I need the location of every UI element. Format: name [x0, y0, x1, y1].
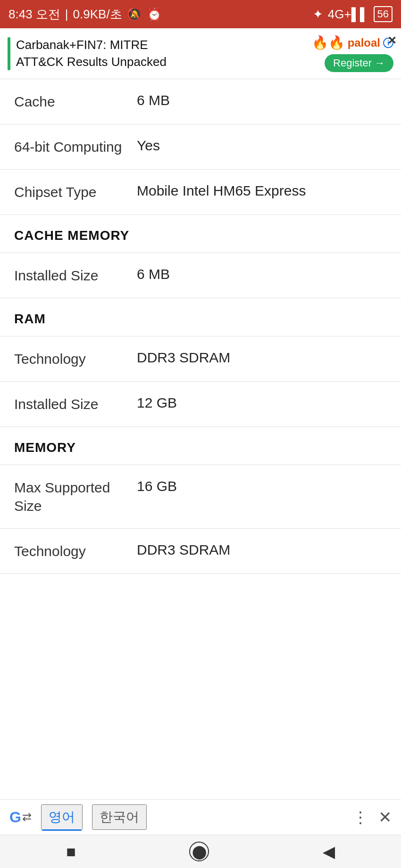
spec-row-cache: Cache 6 MB: [0, 79, 401, 124]
section-header-cache-memory: CACHE MEMORY: [0, 215, 401, 253]
spec-row-ram-technology: Technology DDR3 SDRAM: [0, 336, 401, 382]
ad-register-button[interactable]: Register →: [325, 54, 393, 72]
translate-icon: ⇄: [22, 811, 32, 824]
spec-label-cache-installed: Installed Size: [14, 266, 137, 285]
spec-value-memory-max: 16 GB: [137, 478, 387, 494]
ad-brand: 🔥🔥 paloal i: [312, 35, 393, 50]
separator: |: [65, 7, 68, 22]
spec-label-ram-installed: Installed Size: [14, 395, 137, 413]
spec-label-memory-max: Max Supported Size: [14, 478, 137, 515]
spec-value-64bit: Yes: [137, 138, 387, 154]
google-g-letter: G: [9, 809, 21, 826]
ad-text: Carbanak+FIN7: MITRE ATT&CK Results Unpa…: [16, 37, 167, 70]
google-translate-icon: G ⇄: [9, 809, 32, 826]
status-right: ✦ 4G+▌▌ 56: [313, 6, 393, 22]
spec-value-cache-installed: 6 MB: [137, 266, 387, 282]
translator-close-button[interactable]: ✕: [378, 808, 392, 827]
ad-right: 🔥🔥 paloal i Register →: [312, 35, 393, 72]
section-header-memory: MEMORY: [0, 427, 401, 465]
spec-label-cache: Cache: [14, 92, 137, 111]
alarm-icon: ⏰: [147, 7, 162, 22]
system-nav-bar: ■ ⬤ ◀: [0, 835, 401, 868]
signal-icon: 4G+▌▌: [328, 7, 369, 22]
time-display: 8:43 오전: [8, 6, 60, 23]
spec-value-memory-tech: DDR3 SDRAM: [137, 542, 387, 558]
spec-row-chipset: Chipset Type Mobile Intel HM65 Express: [0, 170, 401, 215]
back-button[interactable]: ◀: [323, 842, 335, 861]
ad-title-line2: ATT&CK Results Unpacked: [16, 55, 167, 69]
spec-value-cache: 6 MB: [137, 92, 387, 108]
target-lang-button[interactable]: 한국어: [92, 804, 147, 830]
ad-title-line1: Carbanak+FIN7: MITRE: [16, 38, 148, 52]
spec-row-ram-installed-size: Installed Size 12 GB: [0, 382, 401, 427]
more-options-icon[interactable]: ⋮: [352, 808, 369, 827]
ad-banner: Carbanak+FIN7: MITRE ATT&CK Results Unpa…: [0, 28, 401, 79]
spec-row-cache-installed-size: Installed Size 6 MB: [0, 253, 401, 298]
spec-label-chipset: Chipset Type: [14, 183, 137, 201]
mute-icon: 🔕: [127, 7, 142, 22]
spec-label-memory-tech: Technology: [14, 542, 137, 560]
section-header-ram: RAM: [0, 298, 401, 336]
spec-row-memory-technology: Technology DDR3 SDRAM: [0, 529, 401, 574]
bluetooth-icon: ✦: [313, 7, 323, 22]
spec-value-chipset: Mobile Intel HM65 Express: [137, 183, 387, 199]
translator-bar: G ⇄ 영어 한국어 ⋮ ✕: [0, 799, 401, 835]
ad-green-bar: [8, 37, 10, 70]
home-button[interactable]: ⬤: [189, 842, 209, 861]
ad-brand-name: paloal: [348, 36, 380, 49]
status-left: 8:43 오전 | 0.9KB/초 🔕 ⏰: [8, 6, 162, 23]
network-speed: 0.9KB/초: [73, 6, 122, 23]
spec-label-64bit: 64-bit Computing: [14, 138, 137, 156]
arrow-icon: →: [375, 57, 385, 69]
spec-label-ram-tech: Technology: [14, 350, 137, 368]
spec-value-ram-installed: 12 GB: [137, 395, 387, 411]
ad-left: Carbanak+FIN7: MITRE ATT&CK Results Unpa…: [8, 37, 167, 70]
spec-row-memory-max-size: Max Supported Size 16 GB: [0, 465, 401, 529]
flame-icon: 🔥🔥: [312, 35, 345, 50]
spec-content: Cache 6 MB 64-bit Computing Yes Chipset …: [0, 79, 401, 799]
battery-indicator: 56: [374, 6, 393, 22]
register-label: Register: [333, 57, 372, 69]
status-bar: 8:43 오전 | 0.9KB/초 🔕 ⏰ ✦ 4G+▌▌ 56: [0, 0, 401, 28]
stop-button[interactable]: ■: [66, 843, 76, 861]
source-lang-button[interactable]: 영어: [41, 804, 83, 830]
ad-close-button[interactable]: ×: [388, 32, 396, 48]
spec-row-64bit: 64-bit Computing Yes: [0, 124, 401, 170]
spec-value-ram-tech: DDR3 SDRAM: [137, 350, 387, 366]
